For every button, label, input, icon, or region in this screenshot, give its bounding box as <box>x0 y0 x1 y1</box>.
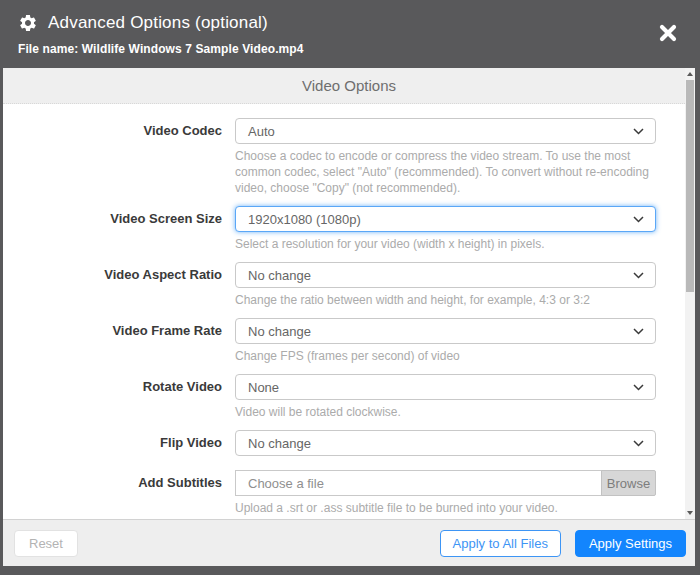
close-icon[interactable] <box>659 24 677 42</box>
flip-video-label: Flip Video <box>3 430 235 460</box>
video-screen-size-value: 1920x1080 (1080p) <box>248 212 633 227</box>
chevron-down-icon <box>633 440 644 447</box>
scrollbar-up-icon[interactable] <box>687 72 693 76</box>
video-codec-value: Auto <box>248 124 633 139</box>
video-aspect-ratio-help: Change the ratio between width and heigh… <box>235 292 656 308</box>
video-screen-size-row: Video Screen Size 1920x1080 (1080p) Sele… <box>3 206 695 252</box>
subtitle-file-group: Browse <box>235 470 656 496</box>
reset-button[interactable]: Reset <box>14 530 78 557</box>
video-aspect-ratio-row: Video Aspect Ratio No change Change the … <box>3 262 695 308</box>
video-codec-label: Video Codec <box>3 118 235 196</box>
rotate-video-help: Video will be rotated clockwise. <box>235 404 656 420</box>
subtitle-file-input[interactable] <box>235 470 602 496</box>
chevron-down-icon <box>633 216 644 223</box>
rotate-video-row: Rotate Video None Video will be rotated … <box>3 374 695 420</box>
modal-title-row: Advanced Options (optional) <box>18 13 679 33</box>
add-subtitles-help: Upload a .srt or .ass subtitle file to b… <box>235 500 656 516</box>
video-frame-rate-help: Change FPS (frames per second) of video <box>235 348 656 364</box>
flip-video-row: Flip Video No change <box>3 430 695 460</box>
video-aspect-ratio-value: No change <box>248 268 633 283</box>
chevron-down-icon <box>633 328 644 335</box>
rotate-video-value: None <box>248 380 633 395</box>
video-frame-rate-label: Video Frame Rate <box>3 318 235 364</box>
video-options-section-header: Video Options <box>3 68 695 104</box>
modal: Advanced Options (optional) File name: W… <box>3 0 695 566</box>
gear-icon <box>18 13 38 33</box>
video-aspect-ratio-select[interactable]: No change <box>235 262 656 288</box>
add-subtitles-label: Add Subtitles <box>3 470 235 516</box>
add-subtitles-row: Add Subtitles Browse Upload a .srt or .a… <box>3 470 695 516</box>
scrollbar-down-icon[interactable] <box>687 511 693 515</box>
rotate-video-label: Rotate Video <box>3 374 235 420</box>
options-scroll-area: Video Options Video Codec Auto Choose a … <box>3 68 695 519</box>
video-codec-help: Choose a codec to encode or compress the… <box>235 148 656 196</box>
flip-video-select[interactable]: No change <box>235 430 656 456</box>
apply-to-all-files-button[interactable]: Apply to All Files <box>440 530 561 557</box>
video-codec-select[interactable]: Auto <box>235 118 656 144</box>
file-name-label: File name: Wildlife Windows 7 Sample Vid… <box>18 42 679 56</box>
video-codec-row: Video Codec Auto Choose a codec to encod… <box>3 118 695 196</box>
modal-footer: Reset Apply to All Files Apply Settings <box>3 519 695 566</box>
video-frame-rate-value: No change <box>248 324 633 339</box>
apply-settings-button[interactable]: Apply Settings <box>575 530 686 557</box>
chevron-down-icon <box>633 128 644 135</box>
scrollbar-thumb[interactable] <box>686 80 694 292</box>
video-aspect-ratio-label: Video Aspect Ratio <box>3 262 235 308</box>
flip-video-value: No change <box>248 436 633 451</box>
rotate-video-select[interactable]: None <box>235 374 656 400</box>
video-screen-size-label: Video Screen Size <box>3 206 235 252</box>
dialog-title: Advanced Options (optional) <box>48 13 268 33</box>
video-frame-rate-row: Video Frame Rate No change Change FPS (f… <box>3 318 695 364</box>
video-frame-rate-select[interactable]: No change <box>235 318 656 344</box>
chevron-down-icon <box>633 272 644 279</box>
video-screen-size-select[interactable]: 1920x1080 (1080p) <box>235 206 656 232</box>
vertical-scrollbar[interactable] <box>685 68 695 519</box>
browse-button[interactable]: Browse <box>601 470 656 496</box>
chevron-down-icon <box>633 384 644 391</box>
advanced-options-dialog: Advanced Options (optional) File name: W… <box>0 0 700 575</box>
video-screen-size-help: Select a resolution for your video (widt… <box>235 236 656 252</box>
modal-header: Advanced Options (optional) File name: W… <box>3 0 695 68</box>
section-title: Video Options <box>302 77 396 94</box>
options-content: Video Codec Auto Choose a codec to encod… <box>3 104 695 516</box>
